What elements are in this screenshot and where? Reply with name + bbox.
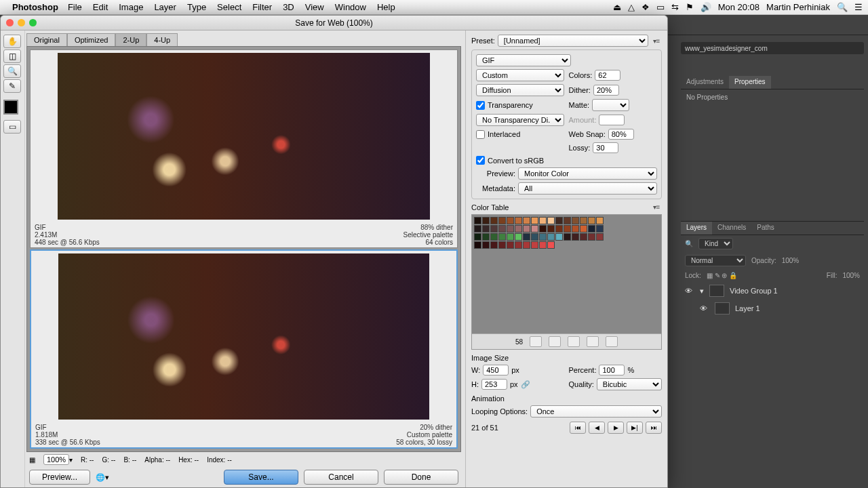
color-swatch[interactable] xyxy=(531,233,538,241)
hand-tool[interactable]: ✋ xyxy=(3,35,21,48)
preview-pane-bottom[interactable]: GIF 1.818M 338 sec @ 56.6 Kbps 20% dithe… xyxy=(30,249,458,449)
color-swatch[interactable] xyxy=(490,217,498,224)
preview-pane-top[interactable]: GIF 2.413M 448 sec @ 56.6 Kbps 88% dithe… xyxy=(30,49,458,248)
color-swatch[interactable] xyxy=(482,233,490,241)
layer-row[interactable]: 👁 Layer 1 xyxy=(681,300,864,317)
menu-select[interactable]: Select xyxy=(217,2,241,12)
percent-input[interactable] xyxy=(599,365,625,375)
minimize-icon[interactable] xyxy=(18,19,25,26)
color-swatch[interactable] xyxy=(564,217,571,224)
color-swatch[interactable] xyxy=(588,225,595,232)
quality-select[interactable]: Bicubic xyxy=(597,378,662,390)
ct-btn-1[interactable] xyxy=(530,336,542,347)
disclosure-icon[interactable]: ▾ xyxy=(700,287,704,296)
document-tab[interactable]: www_yesimadesigner_com xyxy=(681,42,864,54)
color-swatch[interactable] xyxy=(564,225,571,232)
interlaced-checkbox[interactable] xyxy=(476,130,485,139)
next-frame-button[interactable]: ▶| xyxy=(627,422,643,434)
menu-image[interactable]: Image xyxy=(119,2,143,12)
link-icon[interactable]: 🔗 xyxy=(521,380,530,389)
srgb-checkbox[interactable] xyxy=(476,156,485,165)
color-swatch[interactable] xyxy=(474,225,481,232)
dither-input[interactable] xyxy=(593,85,619,96)
color-swatch[interactable] xyxy=(596,233,604,241)
kind-select[interactable]: Kind xyxy=(698,238,733,249)
lossy-input[interactable] xyxy=(593,142,618,153)
color-swatch[interactable] xyxy=(531,225,538,232)
notifications-icon[interactable]: ☰ xyxy=(854,2,863,12)
color-swatch[interactable] xyxy=(580,233,587,241)
app-name[interactable]: Photoshop xyxy=(12,2,58,12)
preview-button[interactable]: Preview... xyxy=(29,470,90,485)
menu-help[interactable]: Help xyxy=(377,2,395,12)
menu-window[interactable]: Window xyxy=(335,2,366,12)
color-swatch[interactable] xyxy=(539,225,547,232)
preview-select[interactable]: Monitor Color xyxy=(518,167,657,180)
color-swatch[interactable] xyxy=(531,217,538,224)
color-swatch[interactable] xyxy=(507,241,514,249)
color-swatch[interactable] xyxy=(474,241,481,249)
color-swatch[interactable] xyxy=(588,217,595,224)
grid-icon[interactable]: ▦ xyxy=(29,456,35,464)
slice-visibility[interactable]: ▭ xyxy=(3,120,21,134)
color-swatch[interactable] xyxy=(547,217,555,224)
color-swatch[interactable] xyxy=(547,233,555,241)
colors-input[interactable] xyxy=(595,70,620,81)
menu-file[interactable]: File xyxy=(68,2,82,12)
save-button[interactable]: Save... xyxy=(224,470,298,485)
tab-layers[interactable]: Layers xyxy=(681,222,712,235)
color-swatch[interactable] xyxy=(596,217,604,224)
opacity-value[interactable]: 100% xyxy=(782,257,800,264)
color-swatch[interactable] xyxy=(596,225,604,232)
color-swatch[interactable] xyxy=(555,233,563,241)
menu-layer[interactable]: Layer xyxy=(154,2,176,12)
color-swatch[interactable] xyxy=(572,225,579,232)
play-button[interactable]: ▶ xyxy=(608,422,624,434)
color-swatch[interactable] xyxy=(580,217,587,224)
cancel-button[interactable]: Cancel xyxy=(304,470,378,485)
cloud-icon[interactable]: △ xyxy=(628,2,635,12)
color-swatch[interactable] xyxy=(482,217,490,224)
color-swatch[interactable] xyxy=(564,233,571,241)
color-swatch[interactable] xyxy=(490,241,498,249)
color-swatch[interactable] xyxy=(474,233,481,241)
color-swatch[interactable] xyxy=(515,217,522,224)
color-swatch[interactable] xyxy=(498,233,506,241)
color-swatch[interactable] xyxy=(498,225,506,232)
lock-icons[interactable]: ▦ ✎ ⊕ 🔒 xyxy=(707,272,737,279)
spotlight-icon[interactable]: 🔍 xyxy=(837,2,848,12)
color-table-grid[interactable] xyxy=(472,215,661,251)
color-swatch[interactable] xyxy=(523,217,530,224)
eyedropper-color[interactable] xyxy=(3,100,18,115)
color-swatch[interactable] xyxy=(547,241,555,249)
format-select[interactable]: GIF xyxy=(476,54,571,66)
browser-icon[interactable]: 🌐▾ xyxy=(96,473,109,482)
ct-btn-2[interactable] xyxy=(549,336,561,347)
dropbox-icon[interactable]: ❖ xyxy=(642,2,650,12)
color-swatch[interactable] xyxy=(572,233,579,241)
reduction-select[interactable]: Custom xyxy=(476,69,564,81)
tab-4up[interactable]: 4-Up xyxy=(146,33,178,46)
color-swatch[interactable] xyxy=(498,217,506,224)
width-input[interactable] xyxy=(483,365,509,375)
color-swatch[interactable] xyxy=(482,225,490,232)
color-swatch[interactable] xyxy=(539,217,547,224)
color-swatch[interactable] xyxy=(539,241,547,249)
websnap-input[interactable] xyxy=(608,129,634,140)
loop-select[interactable]: Once xyxy=(530,405,662,418)
visibility-icon[interactable]: 👁 xyxy=(685,287,694,295)
tab-2up[interactable]: 2-Up xyxy=(115,33,146,46)
color-swatch[interactable] xyxy=(555,217,563,224)
ct-new-icon[interactable] xyxy=(587,336,599,347)
visibility-icon[interactable]: 👁 xyxy=(700,304,709,312)
blend-mode[interactable]: Normal xyxy=(685,255,746,266)
tab-adjustments[interactable]: Adjustments xyxy=(681,76,729,89)
height-input[interactable] xyxy=(481,379,507,390)
close-icon[interactable] xyxy=(6,19,14,26)
color-swatch[interactable] xyxy=(547,225,555,232)
transparency-checkbox[interactable] xyxy=(476,101,485,110)
color-swatch[interactable] xyxy=(498,241,506,249)
color-swatch[interactable] xyxy=(490,225,498,232)
ct-btn-3[interactable] xyxy=(568,336,580,347)
zoom-icon[interactable] xyxy=(29,19,37,26)
